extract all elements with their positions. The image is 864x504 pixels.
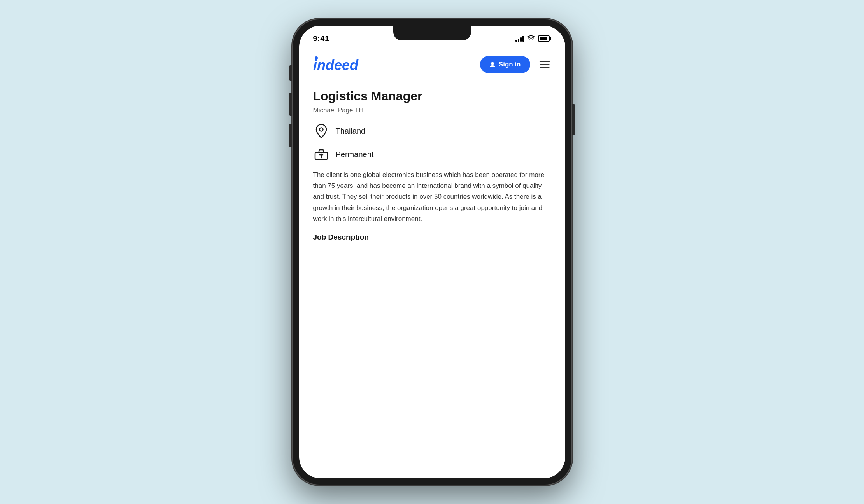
hamburger-menu[interactable] xyxy=(538,60,551,70)
indeed-logo: indeed xyxy=(313,56,364,73)
phone-scene: 9:41 xyxy=(292,19,572,485)
signal-bars-icon xyxy=(515,35,524,42)
location-icon xyxy=(313,123,329,139)
location-row: Thailand xyxy=(313,123,551,139)
briefcase-icon xyxy=(313,146,329,163)
status-icons xyxy=(515,35,551,42)
job-description-body: The client is one global electronics bus… xyxy=(313,170,551,224)
hamburger-line-3 xyxy=(540,67,550,68)
svg-point-1 xyxy=(315,56,318,60)
sign-in-label: Sign in xyxy=(499,61,521,68)
volume-up-button xyxy=(289,93,292,116)
sign-in-button[interactable]: Sign in xyxy=(480,56,530,73)
power-button xyxy=(572,104,575,135)
job-type-text: Permanent xyxy=(336,150,374,159)
job-title: Logistics Manager xyxy=(313,89,551,103)
signal-bar-2 xyxy=(518,38,519,42)
volume-down-button xyxy=(289,124,292,147)
signal-bar-4 xyxy=(522,36,524,42)
battery-icon xyxy=(538,35,551,42)
status-time: 9:41 xyxy=(313,34,329,43)
phone-screen: 9:41 xyxy=(299,26,565,478)
hamburger-line-2 xyxy=(540,64,550,65)
user-icon xyxy=(489,61,496,68)
job-type-row: Permanent xyxy=(313,146,551,163)
job-description-heading: Job Description xyxy=(313,233,551,242)
svg-point-2 xyxy=(491,62,494,65)
notch xyxy=(393,26,471,40)
nav-right: Sign in xyxy=(480,56,551,73)
nav-bar: indeed Sign in xyxy=(313,50,551,81)
hamburger-line-1 xyxy=(540,61,550,62)
wifi-icon xyxy=(527,35,535,42)
content-area: indeed Sign in xyxy=(299,46,565,478)
signal-bar-1 xyxy=(515,40,517,42)
location-text: Thailand xyxy=(336,127,366,136)
silent-button xyxy=(289,65,292,81)
svg-point-3 xyxy=(319,128,323,131)
company-name: Michael Page TH xyxy=(313,107,551,114)
indeed-logo-svg: indeed xyxy=(313,56,364,73)
signal-bar-3 xyxy=(520,37,522,42)
svg-text:indeed: indeed xyxy=(313,57,359,73)
